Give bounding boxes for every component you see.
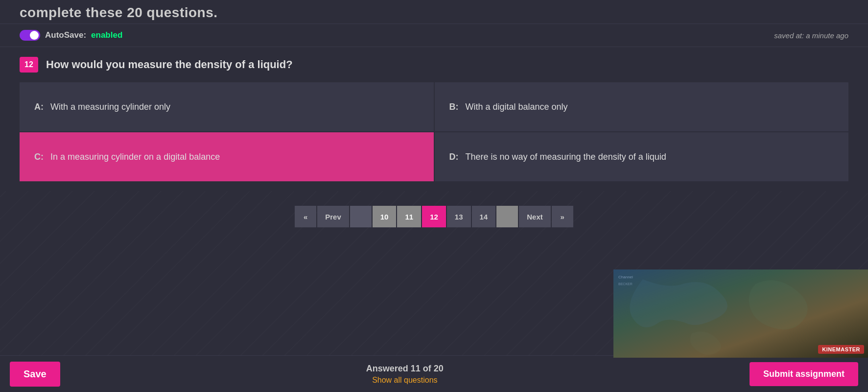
question-header: 12 How would you measure the density of … — [20, 57, 848, 73]
save-button[interactable]: Save — [10, 362, 60, 387]
answer-text-d: There is no way of measuring the density… — [466, 152, 666, 162]
answer-label-c: C: — [34, 152, 44, 162]
answer-label-a: A: — [34, 102, 44, 112]
pagination-first[interactable]: « — [295, 206, 316, 227]
header-bar: complete these 20 questions. — [0, 0, 868, 24]
answer-option-d[interactable]: D: There is no way of measuring the dens… — [435, 132, 849, 181]
answer-option-a[interactable]: A: With a measuring cylinder only — [20, 82, 434, 131]
autosave-bar: AutoSave: enabled saved at: a minute ago — [0, 24, 868, 47]
question-section: 12 How would you measure the density of … — [0, 47, 868, 191]
autosave-label: AutoSave: — [45, 30, 86, 40]
pagination-last[interactable]: » — [552, 206, 573, 227]
answer-text-a: With a measuring cylinder only — [50, 102, 170, 112]
pagination-page-14[interactable]: 14 — [472, 206, 496, 227]
answer-label-b: B: — [449, 102, 459, 112]
pagination-page-11[interactable]: 11 — [397, 206, 421, 227]
pagination-prev[interactable]: Prev — [317, 206, 349, 227]
question-number-badge: 12 — [20, 57, 38, 73]
answer-text-c: In a measuring cylinder on a digital bal… — [50, 152, 220, 162]
show-all-questions[interactable]: Show all questions — [366, 376, 444, 385]
bottom-bar: Save Answered 11 of 20 Show all question… — [0, 355, 868, 392]
answer-label-d: D: — [449, 152, 459, 162]
saved-at-text: saved at: a minute ago — [774, 31, 848, 40]
question-text: How would you measure the density of a l… — [46, 58, 293, 71]
pagination-page-13[interactable]: 13 — [447, 206, 471, 227]
autosave-left: AutoSave: enabled — [20, 30, 122, 41]
autosave-status: enabled — [91, 30, 122, 40]
answer-option-b[interactable]: B: With a digital balance only — [435, 82, 849, 131]
pagination-page-12[interactable]: 12 — [422, 206, 446, 227]
answers-grid: A: With a measuring cylinder only B: Wit… — [20, 82, 848, 181]
pagination-page-10[interactable]: 10 — [373, 206, 397, 227]
pagination-page-9[interactable] — [350, 206, 372, 227]
autosave-toggle[interactable] — [20, 30, 40, 41]
pagination-next[interactable]: Next — [519, 206, 551, 227]
page-title: complete these 20 questions. — [20, 5, 218, 20]
answered-count: Answered 11 of 20 — [366, 364, 444, 374]
watermark-area: Channel BECKER KINEMASTER — [613, 270, 868, 358]
watermark-box: Channel BECKER KINEMASTER — [613, 270, 868, 358]
answer-text-b: With a digital balance only — [466, 102, 568, 112]
answer-option-c[interactable]: C: In a measuring cylinder on a digital … — [20, 132, 434, 181]
pagination-page-15[interactable] — [496, 206, 518, 227]
bottom-center: Answered 11 of 20 Show all questions — [366, 364, 444, 385]
submit-assignment-button[interactable]: Submit assignment — [750, 362, 858, 386]
pagination-bar: « Prev 10 11 12 13 14 Next » — [0, 191, 868, 237]
